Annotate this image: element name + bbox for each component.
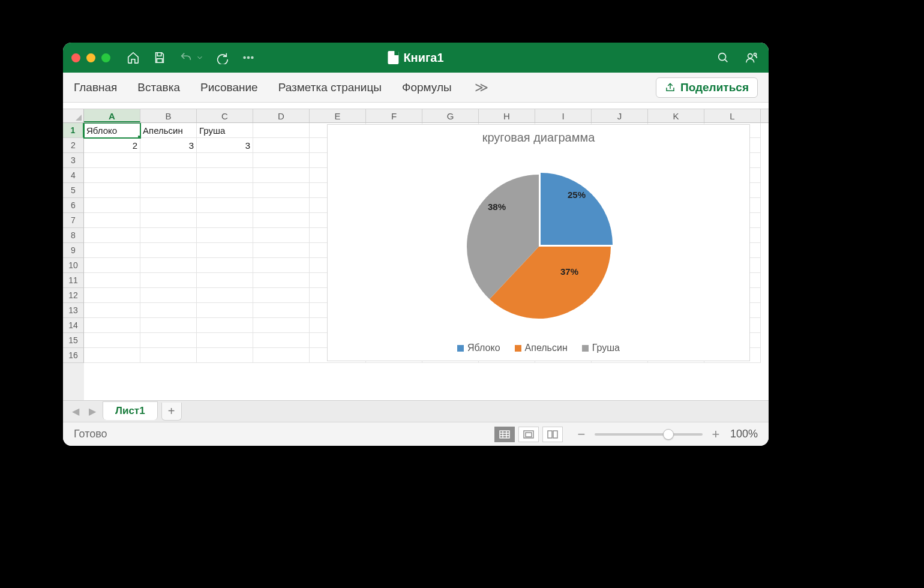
ribbon-overflow-icon[interactable]: ≫ [475, 80, 488, 95]
sheet-nav-next-icon[interactable]: ▶ [86, 405, 99, 418]
save-icon[interactable] [151, 49, 168, 66]
redo-icon[interactable] [214, 49, 230, 66]
row-header-12[interactable]: 12 [63, 288, 84, 303]
row-header-5[interactable]: 5 [63, 183, 84, 198]
svg-point-4 [748, 54, 752, 58]
zoom-control: − + [575, 427, 722, 442]
quick-access-toolbar [125, 49, 257, 66]
more-icon[interactable] [240, 49, 257, 66]
pie-label-1: 37% [560, 266, 578, 277]
svg-point-2 [251, 57, 253, 59]
row-header-4[interactable]: 4 [63, 168, 84, 183]
undo-icon[interactable] [178, 49, 194, 66]
close-window-button[interactable] [71, 53, 80, 62]
tab-insert[interactable]: Вставка [137, 81, 180, 94]
cell-D1[interactable] [253, 123, 310, 138]
svg-point-3 [719, 53, 726, 61]
cell-C1[interactable]: Груша [197, 123, 253, 138]
svg-point-0 [244, 57, 245, 59]
pie-label-2: 38% [488, 202, 506, 212]
row-header-3[interactable]: 3 [63, 153, 84, 168]
cell-B1[interactable]: Апельсин [140, 123, 197, 138]
column-headers: A B C D E F G H I J K L [63, 109, 769, 123]
document-name: Книга1 [403, 51, 443, 65]
cell-B2[interactable]: 3 [140, 138, 197, 153]
row-header-15[interactable]: 15 [63, 333, 84, 348]
status-ready: Готово [74, 428, 107, 440]
zoom-thumb[interactable] [663, 429, 674, 440]
col-header-G[interactable]: G [422, 109, 479, 122]
zoom-in-button[interactable]: + [710, 427, 722, 442]
col-header-I[interactable]: I [535, 109, 592, 122]
row-header-11[interactable]: 11 [63, 273, 84, 288]
sheet-tab-active[interactable]: Лист1 [103, 401, 158, 420]
col-header-B[interactable]: B [140, 109, 197, 122]
maximize-window-button[interactable] [101, 53, 110, 62]
minimize-window-button[interactable] [86, 53, 95, 62]
pie-chart[interactable]: круговая диаграмма 25% 37% 38% Яблоко [327, 124, 750, 361]
row-header-10[interactable]: 10 [63, 258, 84, 273]
zoom-value[interactable]: 100% [730, 428, 758, 440]
sheet-nav-prev-icon[interactable]: ◀ [69, 405, 82, 418]
coauthor-icon[interactable] [743, 49, 760, 66]
tab-home[interactable]: Главная [74, 81, 117, 94]
ribbon-tabs: Главная Вставка Рисование Разметка стран… [63, 73, 769, 103]
col-header-K[interactable]: K [648, 109, 704, 122]
window-controls [71, 53, 110, 62]
tab-formulas[interactable]: Формулы [402, 81, 452, 94]
cell[interactable] [84, 153, 140, 168]
col-header-E[interactable]: E [310, 109, 366, 122]
pie-graphic [461, 169, 617, 325]
tab-page-layout[interactable]: Разметка страницы [278, 81, 382, 94]
share-label: Поделиться [680, 81, 749, 94]
document-title: Книга1 [388, 51, 443, 65]
col-header-A[interactable]: A [84, 109, 140, 122]
add-sheet-button[interactable]: + [161, 403, 182, 421]
row-header-2[interactable]: 2 [63, 138, 84, 153]
cell-D2[interactable] [253, 138, 310, 153]
col-header-H[interactable]: H [479, 109, 535, 122]
undo-dropdown-icon[interactable] [196, 49, 204, 66]
row-header-14[interactable]: 14 [63, 318, 84, 333]
spreadsheet-grid: A B C D E F G H I J K L 1 2 3 4 5 6 7 8 … [63, 109, 769, 400]
share-icon [665, 82, 676, 93]
status-bar: Готово − + 100% [63, 422, 769, 446]
pie-label-0: 25% [568, 190, 586, 200]
svg-rect-6 [500, 431, 509, 438]
col-header-J[interactable]: J [592, 109, 648, 122]
svg-rect-9 [548, 431, 552, 438]
view-page-break-button[interactable] [542, 427, 563, 442]
document-icon [388, 51, 398, 64]
home-icon[interactable] [125, 49, 142, 66]
tab-draw[interactable]: Рисование [200, 81, 258, 94]
col-header-C[interactable]: C [197, 109, 253, 122]
col-header-D[interactable]: D [253, 109, 310, 122]
search-icon[interactable] [715, 49, 731, 66]
legend-item-0: Яблоко [457, 343, 500, 353]
col-header-L[interactable]: L [704, 109, 761, 122]
col-header-F[interactable]: F [366, 109, 422, 122]
row-header-1[interactable]: 1 [63, 123, 84, 138]
select-all-corner[interactable] [63, 109, 84, 122]
zoom-out-button[interactable]: − [575, 427, 587, 442]
sheet-tab-bar: ◀ ▶ Лист1 + [63, 400, 769, 422]
share-button[interactable]: Поделиться [656, 77, 758, 98]
cell-A2[interactable]: 2 [84, 138, 140, 153]
row-header-8[interactable]: 8 [63, 228, 84, 243]
legend-item-1: Апельсин [515, 343, 568, 353]
zoom-slider[interactable] [595, 433, 703, 436]
row-header-7[interactable]: 7 [63, 213, 84, 228]
cells-area[interactable]: Яблоко Апельсин Груша 2 3 3 [84, 123, 769, 400]
row-header-9[interactable]: 9 [63, 243, 84, 258]
cell-A1[interactable]: Яблоко [84, 123, 140, 138]
row-header-13[interactable]: 13 [63, 303, 84, 318]
svg-rect-10 [553, 431, 557, 438]
cell-C2[interactable]: 3 [197, 138, 253, 153]
view-page-layout-button[interactable] [518, 427, 539, 442]
view-normal-button[interactable] [494, 427, 515, 442]
row-header-6[interactable]: 6 [63, 198, 84, 213]
row-header-16[interactable]: 16 [63, 348, 84, 363]
application-window: Книга1 Главная Вставка Рисование Разметк… [63, 43, 769, 446]
chart-title: круговая диаграмма [328, 131, 749, 145]
row-headers: 1 2 3 4 5 6 7 8 9 10 11 12 13 14 15 16 [63, 123, 84, 400]
